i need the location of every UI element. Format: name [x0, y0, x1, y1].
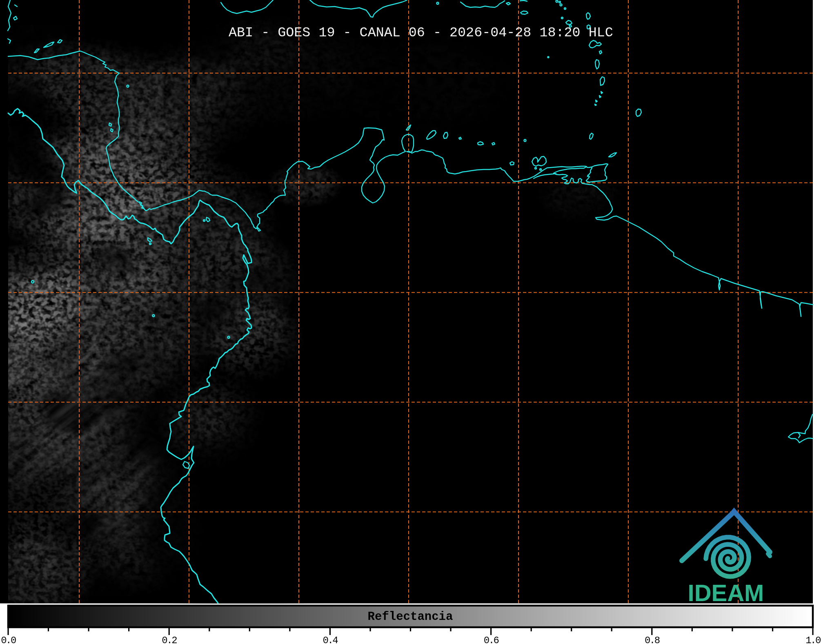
svg-text:Reflectancia: Reflectancia: [368, 610, 453, 624]
svg-text:IDEAM: IDEAM: [688, 579, 764, 606]
svg-text:ABI - GOES 19 - CANAL 06 - 202: ABI - GOES 19 - CANAL 06 - 2026-04-28 18…: [229, 25, 613, 40]
svg-text:0.8: 0.8: [645, 635, 660, 644]
svg-text:1.0: 1.0: [805, 635, 821, 644]
svg-text:0.2: 0.2: [162, 635, 177, 644]
svg-text:0.6: 0.6: [484, 635, 499, 644]
svg-text:0.0: 0.0: [1, 635, 16, 644]
svg-text:0.4: 0.4: [323, 635, 338, 644]
